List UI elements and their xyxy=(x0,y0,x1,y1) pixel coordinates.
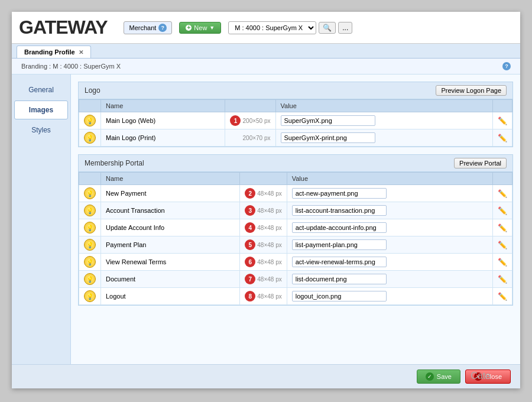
edit-pencil-icon[interactable]: ✏️ xyxy=(498,189,507,198)
row-value-input[interactable] xyxy=(281,132,375,143)
logo-section-title: Logo xyxy=(85,86,100,95)
row-size-cell: 2 48×48 px xyxy=(239,185,287,202)
row-size-label: 48×48 px xyxy=(257,242,281,248)
row-size-label: 48×48 px xyxy=(257,259,281,265)
portal-col-icon-header xyxy=(79,173,101,185)
tab-branding-profile[interactable]: Branding Profile ✕ xyxy=(17,46,91,58)
row-bulb-icon: 💡 xyxy=(84,239,96,251)
save-label: Save xyxy=(437,373,452,380)
sidebar-item-images[interactable]: Images xyxy=(14,100,68,119)
row-size-label: 48×48 px xyxy=(257,190,281,197)
row-value-input[interactable] xyxy=(292,188,387,199)
row-badge: 4 xyxy=(245,222,255,233)
row-value-input[interactable] xyxy=(292,222,387,233)
table-row: 💡Payment Plan5 48×48 px✏️ xyxy=(79,236,512,254)
table-row: 💡Account Transaction3 48×48 px✏️ xyxy=(79,202,512,219)
breadcrumb-help-icon[interactable]: ? xyxy=(502,62,511,70)
new-plus-icon: + xyxy=(186,25,192,31)
logo-col-edit-header xyxy=(493,100,512,112)
tab-branding-profile-label: Branding Profile xyxy=(24,48,75,56)
table-row: 💡Main Logo (Web)1 200×50 px✏️ xyxy=(79,112,512,129)
row-size-cell: 7 48×48 px xyxy=(239,271,287,288)
logo-table: Name Value 💡Main Logo (Web)1 200×50 px✏️… xyxy=(79,99,512,147)
row-name-cell: Main Logo (Web) xyxy=(101,112,225,129)
edit-pencil-icon[interactable]: ✏️ xyxy=(498,223,507,232)
merchant-button[interactable]: Merchant ? xyxy=(124,21,172,34)
breadcrumb-bar: Branding : M : 4000 : SuperGym X ? xyxy=(12,59,520,74)
row-edit-cell: ✏️ xyxy=(493,129,512,147)
row-edit-cell: ✏️ xyxy=(493,185,512,202)
logo-section-header: Logo Preview Logon Page xyxy=(79,82,512,99)
sidebar-item-styles[interactable]: Styles xyxy=(14,121,68,140)
portal-section-title: Membership Portal xyxy=(85,159,144,167)
row-size-label: 48×48 px xyxy=(257,293,281,300)
row-value-input[interactable] xyxy=(281,115,375,126)
row-value-cell xyxy=(287,254,492,271)
row-value-cell xyxy=(287,185,492,202)
logo-col-size-header xyxy=(225,100,275,112)
content-panel: Logo Preview Logon Page Name Value 💡Main xyxy=(71,74,520,364)
row-size-label: 200×70 px xyxy=(243,135,271,141)
edit-pencil-icon[interactable]: ✏️ xyxy=(498,241,507,249)
main-content: General Images Styles Logo Preview Logon… xyxy=(12,74,520,364)
edit-pencil-icon[interactable]: ✏️ xyxy=(498,206,507,215)
row-icon-cell: 💡 xyxy=(79,129,101,147)
row-value-cell xyxy=(275,129,492,147)
sidebar-styles-label: Styles xyxy=(31,126,51,134)
row-badge: 8 xyxy=(245,291,255,302)
row-icon-cell: 💡 xyxy=(79,254,101,271)
row-value-input[interactable] xyxy=(292,205,387,216)
row-size-cell: 3 48×48 px xyxy=(239,202,287,219)
row-size-cell: 4 48×48 px xyxy=(239,219,287,236)
app-logo: GATEWAY xyxy=(19,17,107,38)
row-edit-cell: ✏️ xyxy=(493,288,512,305)
row-value-input[interactable] xyxy=(292,291,387,302)
row-value-cell xyxy=(287,236,492,254)
row-bulb-icon: 💡 xyxy=(84,205,96,216)
table-row: 💡New Payment2 48×48 px✏️ xyxy=(79,185,512,202)
row-size-cell: 200×70 px xyxy=(225,129,275,147)
new-button[interactable]: + New ▼ xyxy=(179,22,221,34)
portal-table: Name Value 💡New Payment2 48×48 px✏️💡Acco… xyxy=(79,172,512,305)
row-value-input[interactable] xyxy=(292,274,387,284)
edit-pencil-icon[interactable]: ✏️ xyxy=(498,275,507,284)
merchant-more-icon-btn[interactable]: ... xyxy=(338,22,352,34)
merchant-search-icon-btn[interactable]: 🔍 xyxy=(319,22,336,34)
sidebar-item-general[interactable]: General xyxy=(14,80,68,99)
edit-pencil-icon[interactable]: ✏️ xyxy=(498,292,507,301)
portal-col-size-header xyxy=(239,173,287,185)
row-name-cell: Payment Plan xyxy=(101,236,240,254)
row-name-cell: Account Transaction xyxy=(101,202,240,219)
table-row: 💡Logout8 48×48 px✏️ xyxy=(79,288,512,305)
row-icon-cell: 💡 xyxy=(79,288,101,305)
cate-label: Cate xyxy=(471,371,491,381)
row-size-label: 200×50 px xyxy=(243,118,271,124)
row-name-cell: Main Logo (Print) xyxy=(101,129,225,147)
preview-portal-button[interactable]: Preview Portal xyxy=(454,158,507,168)
tab-close-icon[interactable]: ✕ xyxy=(79,49,83,56)
row-value-input[interactable] xyxy=(292,257,387,267)
merchant-select[interactable]: M : 4000 : SuperGym X xyxy=(228,21,316,34)
header: GATEWAY Merchant ? + New ▼ M : 4000 : Su… xyxy=(12,12,520,44)
row-bulb-icon: 💡 xyxy=(84,222,96,234)
save-button[interactable]: ✓ Save xyxy=(417,369,460,384)
edit-pencil-icon[interactable]: ✏️ xyxy=(498,116,507,125)
row-edit-cell: ✏️ xyxy=(493,202,512,219)
edit-pencil-icon[interactable]: ✏️ xyxy=(498,258,507,267)
row-value-input[interactable] xyxy=(292,239,387,250)
row-badge: 3 xyxy=(245,205,255,216)
row-edit-cell: ✏️ xyxy=(493,236,512,254)
row-value-cell xyxy=(287,288,492,305)
row-icon-cell: 💡 xyxy=(79,202,101,219)
sidebar: General Images Styles xyxy=(12,74,71,364)
row-badge: 5 xyxy=(245,239,255,250)
preview-logon-page-button[interactable]: Preview Logon Page xyxy=(436,85,507,96)
row-name-cell: Document xyxy=(101,271,240,288)
row-value-cell xyxy=(287,219,492,236)
edit-pencil-icon[interactable]: ✏️ xyxy=(498,134,507,142)
row-badge: 6 xyxy=(245,257,255,267)
table-row: 💡Update Account Info4 48×48 px✏️ xyxy=(79,219,512,236)
logo-col-icon-header xyxy=(79,100,101,112)
row-bulb-icon: 💡 xyxy=(84,256,96,268)
row-size-cell: 8 48×48 px xyxy=(239,288,287,305)
